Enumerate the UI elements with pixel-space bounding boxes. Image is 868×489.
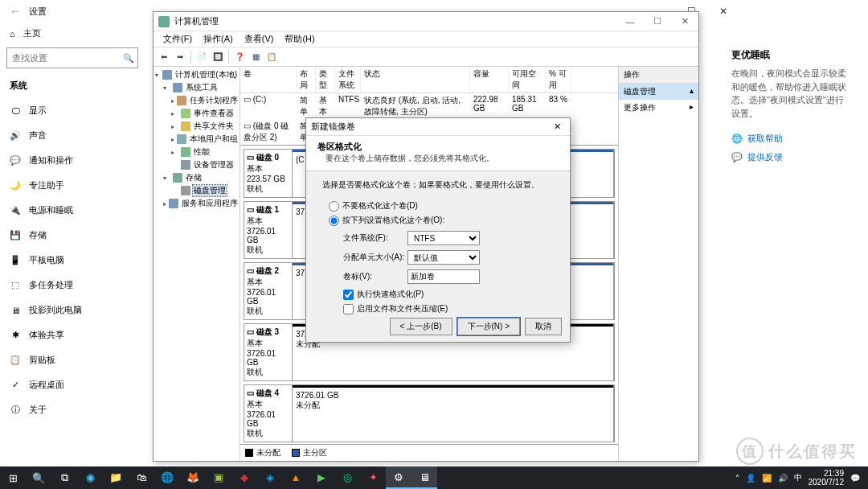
wizard-title: 新建镜像卷 [311, 121, 355, 133]
tb-fwd-icon[interactable]: ➡ [173, 50, 187, 64]
nav-icon: ✱ [10, 330, 21, 340]
nav-item-11[interactable]: ✓远程桌面 [6, 372, 138, 397]
actions-diskmgmt[interactable]: 磁盘管理▴ [619, 84, 698, 100]
radio-do-format-input[interactable] [329, 216, 339, 226]
app-icon-7[interactable]: ✦ [360, 466, 386, 489]
next-button[interactable]: 下一步(N) > [457, 318, 521, 335]
tree-services[interactable]: ▸服务和应用程序 [155, 197, 238, 210]
nav-item-5[interactable]: 💾存储 [6, 223, 138, 248]
app-icon-3[interactable]: ◈ [257, 466, 283, 489]
compress-checkbox[interactable] [343, 304, 354, 314]
tray-up-icon[interactable]: ˄ [735, 474, 739, 483]
app-icon-6[interactable]: ◎ [334, 466, 360, 489]
tree-users[interactable]: ▸本地用户和组 [155, 133, 238, 146]
volume-row[interactable]: ▭ (C:)简单基本NTFS状态良好 (系统, 启动, 活动, 故障转储, 主分… [240, 93, 618, 119]
quick-format-row[interactable]: 执行快速格式化(P) [343, 289, 554, 300]
tree-panel: ▾计算机管理(本地) ▾系统工具 ▸任务计划程序 ▸事件查看器 ▸共享文件夹 ▸… [154, 67, 240, 461]
tree-eventvwr[interactable]: ▸事件查看器 [155, 107, 238, 120]
close-button[interactable]: ✕ [707, 0, 739, 23]
nav-icon: ⬚ [10, 280, 21, 290]
nav-label: 电源和睡眠 [29, 204, 73, 216]
back-button[interactable]: < 上一步(B) [390, 318, 452, 335]
tray-ime-icon[interactable]: 中 [794, 472, 802, 483]
tb-list-icon[interactable]: 📋 [264, 50, 279, 64]
feedback-icon: 💬 [731, 152, 743, 162]
menu-item[interactable]: 帮助(H) [280, 31, 319, 47]
back-icon[interactable]: ← [10, 5, 21, 18]
mmc-close[interactable]: ✕ [671, 12, 698, 31]
search-button[interactable]: 🔍 [26, 466, 51, 489]
actions-more[interactable]: 更多操作▸ [619, 100, 698, 116]
nav-item-0[interactable]: 🖵显示 [6, 98, 138, 123]
nav-item-9[interactable]: ✱体验共享 [6, 323, 138, 347]
nav-item-10[interactable]: 📋剪贴板 [6, 347, 138, 372]
nav-item-1[interactable]: 🔊声音 [6, 123, 138, 148]
nav-icon: 📋 [10, 355, 21, 365]
tree-diskmgmt[interactable]: 磁盘管理 [155, 184, 238, 197]
start-button[interactable]: ⊞ [0, 466, 26, 489]
cancel-button[interactable]: 取消 [525, 318, 562, 335]
app-icon-5[interactable]: ▶ [309, 466, 334, 489]
edge-icon[interactable]: ◉ [77, 466, 103, 489]
nav-item-2[interactable]: 💬通知和操作 [6, 148, 138, 173]
feedback-link[interactable]: 💬提供反馈 [731, 151, 852, 163]
mmc-title: 计算机管理 [174, 15, 219, 27]
tb-help-icon[interactable]: ❓ [232, 50, 247, 64]
nav-item-3[interactable]: 🌙专注助手 [6, 173, 138, 198]
tree-storage[interactable]: ▾存储 [155, 171, 238, 184]
vollabel-input[interactable] [407, 269, 480, 284]
quick-format-checkbox[interactable] [343, 290, 354, 300]
fs-select[interactable]: NTFS [407, 231, 480, 245]
menu-item[interactable]: 文件(F) [158, 31, 197, 47]
tree-shared[interactable]: ▸共享文件夹 [155, 120, 238, 133]
tray-volume-icon[interactable]: 🔊 [778, 474, 788, 483]
alloc-select[interactable]: 默认值 [407, 250, 480, 265]
search-input[interactable] [12, 53, 123, 63]
nav-item-12[interactable]: ⓘ关于 [6, 397, 138, 422]
nav-icon: ⓘ [10, 404, 21, 416]
tb-back-icon[interactable]: ⬅ [157, 50, 171, 64]
disk-block[interactable]: ▭ 磁盘 4基本3726.01 GB联机3726.01 GB未分配 [244, 384, 615, 442]
store-icon[interactable]: 🛍 [129, 466, 154, 489]
tree-scheduler[interactable]: ▸任务计划程序 [155, 94, 238, 107]
get-help-link[interactable]: 🌐获取帮助 [731, 133, 852, 145]
radio-no-format-input[interactable] [329, 201, 339, 212]
tray-people-icon[interactable]: 👤 [746, 474, 755, 483]
menu-item[interactable]: 操作(A) [199, 31, 238, 47]
nav-item-4[interactable]: 🔌电源和睡眠 [6, 198, 138, 223]
tree-systools[interactable]: ▾系统工具 [155, 81, 238, 94]
mmc-minimize[interactable]: — [616, 12, 644, 31]
search-box[interactable]: 🔍 [6, 47, 138, 68]
tree-root[interactable]: ▾计算机管理(本地) [155, 68, 238, 81]
taskview-button[interactable]: ⧉ [51, 466, 77, 489]
tray-time[interactable]: 21:39 [824, 469, 844, 478]
mmc-taskbar-icon[interactable]: 🖥 [411, 466, 437, 489]
tb-up-icon[interactable]: 📄 [194, 50, 209, 64]
settings-taskbar-icon[interactable]: ⚙ [386, 466, 411, 489]
nav-item-7[interactable]: ⬚多任务处理 [6, 273, 138, 298]
tray-network-icon[interactable]: 📶 [762, 474, 772, 483]
radio-no-format[interactable]: 不要格式化这个卷(D) [329, 200, 554, 212]
radio-do-format[interactable]: 按下列设置格式化这个卷(O): [329, 215, 554, 226]
menu-item[interactable]: 查看(V) [240, 31, 279, 47]
help-icon: 🌐 [731, 134, 743, 144]
tray-date[interactable]: 2020/7/12 [809, 478, 845, 487]
tb-refresh-icon[interactable]: 🔲 [211, 50, 225, 64]
nav-item-6[interactable]: 📱平板电脑 [6, 248, 138, 273]
app-icon-1[interactable]: ▣ [206, 466, 231, 489]
tree-devmgr[interactable]: 设备管理器 [155, 158, 238, 171]
home-link[interactable]: ⌂ 主页 [6, 23, 138, 47]
nav-item-8[interactable]: 🖥投影到此电脑 [6, 298, 138, 323]
app-icon-2[interactable]: ◆ [231, 466, 257, 489]
mmc-maximize[interactable]: ☐ [644, 12, 671, 31]
tb-view-icon[interactable]: ▦ [248, 50, 263, 64]
firefox-icon[interactable]: 🦊 [180, 466, 206, 489]
chrome-icon[interactable]: 🌐 [154, 466, 180, 489]
app-icon-4[interactable]: ▲ [283, 466, 309, 489]
tree-perf[interactable]: ▸性能 [155, 146, 238, 158]
notifications-icon[interactable]: 💬 [850, 474, 860, 483]
wizard-close-icon[interactable]: ✕ [549, 121, 565, 132]
compress-row[interactable]: 启用文件和文件夹压缩(E) [343, 303, 554, 314]
explorer-icon[interactable]: 📁 [103, 466, 129, 489]
partition[interactable]: 3726.01 GB未分配 [293, 385, 614, 442]
